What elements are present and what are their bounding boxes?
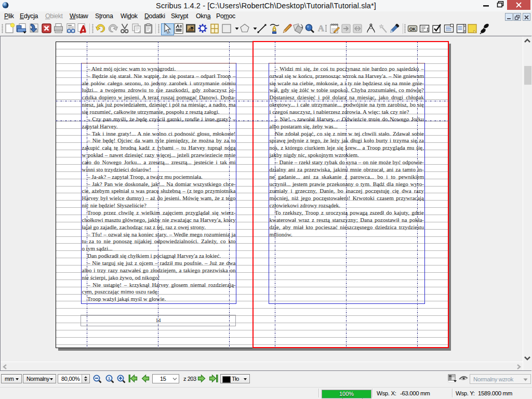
svg-text:A: A — [318, 23, 325, 33]
svg-text:1: 1 — [108, 376, 111, 381]
svg-text:OK: OK — [409, 26, 417, 32]
